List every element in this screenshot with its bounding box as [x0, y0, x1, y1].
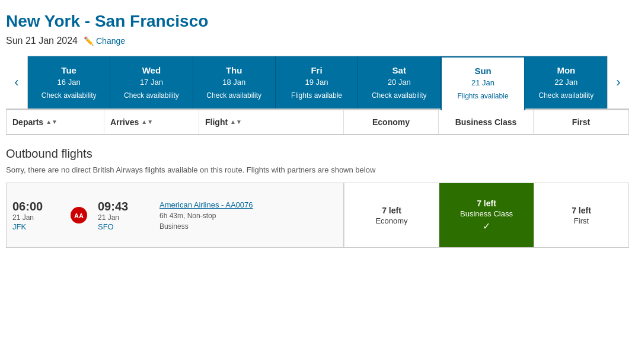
cal-status: Check availability [372, 91, 427, 100]
fare-cell-0[interactable]: 7 left Economy [344, 183, 439, 247]
cal-day-tue[interactable]: Tue 16 Jan Check availability [28, 56, 110, 108]
fare-cell-1[interactable]: 7 left Business Class ✓ [439, 183, 534, 247]
flight-row: 06:00 21 Jan JFK AA 09:43 21 Jan SFO Ame… [6, 183, 629, 248]
main-page: New York - San Francisco Sun 21 Jan 2024… [0, 0, 635, 364]
fare-seats: 7 left [382, 206, 401, 215]
depart-airport-link[interactable]: JFK [12, 222, 26, 231]
sort-flight-icon[interactable]: ▲▼ [230, 119, 242, 125]
cal-date: 16 Jan [58, 78, 81, 87]
arrive-time: 09:43 [98, 200, 145, 213]
cal-dow: Fri [311, 65, 322, 75]
col-flight: Flight ▲▼ [199, 110, 344, 134]
outbound-section: Outbound flights Sorry, there are no dir… [6, 147, 629, 248]
arrive-block: 09:43 21 Jan SFO [98, 200, 145, 231]
cal-status: Flights available [291, 91, 342, 100]
calendar-strip-wrapper: ‹ Tue 16 Jan Check availability Wed 17 J… [6, 56, 629, 110]
cal-dow: Sun [474, 66, 491, 76]
date-row: Sun 21 Jan 2024 ✏️ Change [6, 36, 629, 46]
fare-seats: 7 left [477, 199, 496, 208]
depart-time: 06:00 [12, 200, 60, 213]
svg-text:AA: AA [74, 212, 84, 219]
cal-status: Check availability [206, 91, 261, 100]
fare-check-icon: ✓ [483, 221, 490, 232]
outbound-title: Outbound flights [6, 147, 629, 161]
fare-class-label: Economy [375, 216, 407, 225]
outbound-note: Sorry, there are no direct British Airwa… [6, 165, 629, 174]
sort-departs-icon[interactable]: ▲▼ [46, 119, 58, 125]
col-arrives: Arrives ▲▼ [104, 110, 199, 134]
flight-duration: 6h 43m, Non-stop [159, 212, 337, 220]
cal-day-fri[interactable]: Fri 19 Jan Flights available [276, 56, 358, 108]
cal-day-thu[interactable]: Thu 18 Jan Check availability [193, 56, 276, 108]
table-header: Departs ▲▼ Arrives ▲▼ Flight ▲▼ Economy … [6, 110, 629, 135]
flight-details: American Airlines - AA0076 6h 43m, Non-s… [154, 200, 337, 231]
cal-dow: Mon [557, 65, 575, 75]
col-departs: Departs ▲▼ [7, 110, 104, 134]
fare-class-label: Business Class [460, 209, 513, 218]
sort-arrives-icon[interactable]: ▲▼ [141, 119, 153, 125]
cal-date: 19 Jan [305, 78, 328, 87]
cal-date: 21 Jan [471, 78, 494, 87]
cal-date: 22 Jan [554, 78, 577, 87]
flights-container: 06:00 21 Jan JFK AA 09:43 21 Jan SFO Ame… [6, 183, 629, 248]
cal-day-mon[interactable]: Mon 22 Jan Check availability [525, 56, 607, 108]
selected-date: Sun 21 Jan 2024 [6, 36, 78, 46]
next-arrow[interactable]: › [608, 56, 629, 108]
flight-info: 06:00 21 Jan JFK AA 09:43 21 Jan SFO Ame… [7, 183, 343, 247]
cal-day-sun[interactable]: Sun 21 Jan Flights available [441, 56, 525, 110]
route-title: New York - San Francisco [6, 12, 629, 31]
arrive-airport-link[interactable]: SFO [98, 222, 114, 231]
cal-dow: Tue [61, 65, 76, 75]
depart-date: 21 Jan [12, 213, 60, 222]
flight-link[interactable]: American Airlines - AA0076 [159, 200, 253, 209]
prev-arrow[interactable]: ‹ [6, 56, 27, 108]
airline-logo: AA [68, 206, 90, 224]
change-label: Change [96, 36, 125, 46]
cal-dow: Wed [142, 65, 161, 75]
col-first: First [534, 110, 628, 134]
cal-status: Check availability [538, 91, 593, 100]
cal-status: Check availability [42, 91, 97, 100]
cal-dow: Sat [393, 65, 406, 75]
arrive-date: 21 Jan [98, 213, 145, 222]
col-business: Business Class [439, 110, 534, 134]
cal-date: 18 Jan [222, 78, 245, 87]
depart-block: 06:00 21 Jan JFK [12, 200, 60, 231]
cal-status: Flights available [458, 92, 509, 100]
calendar-strip: Tue 16 Jan Check availability Wed 17 Jan… [27, 56, 608, 108]
cal-day-sat[interactable]: Sat 20 Jan Check availability [358, 56, 441, 108]
cal-date: 20 Jan [388, 78, 411, 87]
cal-day-wed[interactable]: Wed 17 Jan Check availability [110, 56, 193, 108]
fare-class-label: First [574, 216, 589, 225]
fare-seats: 7 left [572, 206, 591, 215]
flight-cabin: Business [159, 222, 337, 231]
pencil-icon: ✏️ [84, 36, 94, 46]
fare-cells: 7 left Economy 7 left Business Class ✓ 7… [343, 183, 628, 247]
col-economy: Economy [344, 110, 439, 134]
cal-dow: Thu [226, 65, 242, 75]
fare-cell-2[interactable]: 7 left First [534, 183, 628, 247]
cal-date: 17 Jan [140, 78, 163, 87]
cal-status: Check availability [124, 91, 179, 100]
change-link[interactable]: ✏️ Change [84, 36, 125, 46]
